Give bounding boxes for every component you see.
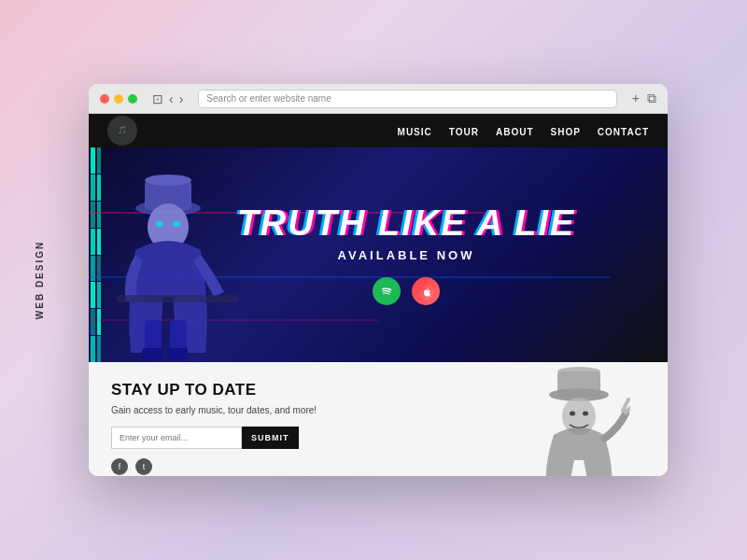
site-navigation: 🎵 MUSIC TOUR ABOUT SHOP CONTACT	[89, 114, 668, 147]
svg-point-18	[583, 412, 588, 416]
svg-rect-9	[167, 348, 188, 359]
svg-point-2	[145, 175, 191, 186]
spotify-icon[interactable]	[373, 277, 401, 305]
address-bar[interactable]: Search or enter website name	[198, 90, 616, 108]
svg-point-15	[557, 367, 600, 376]
lower-character-right	[518, 362, 630, 476]
logo-text: 🎵	[118, 127, 127, 135]
svg-point-4	[156, 221, 163, 227]
email-input[interactable]	[111, 427, 242, 449]
forward-button[interactable]: ›	[179, 91, 184, 106]
nav-link-tour[interactable]: TOUR	[449, 127, 479, 137]
address-bar-text: Search or enter website name	[206, 93, 331, 104]
browser-actions: + ⧉	[632, 91, 656, 106]
maximize-button[interactable]	[128, 94, 137, 104]
website-content: 🎵 MUSIC TOUR ABOUT SHOP CONTACT	[89, 114, 668, 476]
apple-music-icon[interactable]	[412, 277, 440, 305]
window-icon[interactable]: ⊡	[152, 91, 163, 106]
submit-button[interactable]: SUBMIT	[242, 427, 299, 449]
browser-window: ⊡ ‹ › Search or enter website name + ⧉ 🎵…	[89, 84, 668, 476]
nav-link-about[interactable]: ABOUT	[496, 127, 534, 137]
browser-controls: ⊡ ‹ ›	[152, 91, 183, 106]
site-logo[interactable]: 🎵	[107, 116, 137, 146]
share-icon[interactable]: ⧉	[647, 91, 656, 106]
minimize-button[interactable]	[114, 94, 123, 104]
hero-bars-decoration	[89, 147, 103, 362]
nav-item-about[interactable]: ABOUT	[496, 122, 534, 139]
svg-rect-6	[145, 320, 162, 353]
nav-link-shop[interactable]: SHOP	[551, 127, 581, 137]
nav-item-music[interactable]: MUSIC	[398, 122, 432, 139]
svg-rect-7	[170, 320, 187, 353]
hero-text-container: TRUTH LIKE A LIE AVAILABLE NOW	[237, 205, 576, 305]
svg-point-5	[173, 221, 180, 227]
hero-subtitle: AVAILABLE NOW	[237, 248, 576, 262]
browser-chrome: ⊡ ‹ › Search or enter website name + ⧉	[89, 84, 668, 114]
svg-point-17	[570, 412, 575, 416]
sidebar-label: WEB DESIGN	[35, 241, 45, 319]
lower-section: STAY UP TO DATE Gain access to early mus…	[89, 362, 668, 476]
svg-rect-8	[142, 348, 162, 359]
twitter-icon[interactable]: t	[135, 458, 152, 475]
nav-link-music[interactable]: MUSIC	[398, 127, 432, 137]
hero-character-left	[117, 157, 238, 362]
traffic-lights	[100, 94, 137, 104]
nav-item-tour[interactable]: TOUR	[449, 122, 479, 139]
new-tab-icon[interactable]: +	[632, 91, 640, 106]
back-button[interactable]: ‹	[169, 91, 174, 106]
hero-section: TRUTH LIKE A LIE AVAILABLE NOW	[89, 147, 668, 362]
svg-rect-10	[117, 295, 238, 302]
nav-links: MUSIC TOUR ABOUT SHOP CONTACT	[398, 122, 649, 139]
streaming-icons	[237, 277, 576, 305]
nav-item-contact[interactable]: CONTACT	[598, 122, 649, 139]
hero-title: TRUTH LIKE A LIE	[237, 205, 576, 241]
close-button[interactable]	[100, 94, 109, 104]
nav-link-contact[interactable]: CONTACT	[598, 127, 649, 137]
nav-item-shop[interactable]: SHOP	[551, 122, 581, 139]
facebook-icon[interactable]: f	[111, 458, 128, 475]
